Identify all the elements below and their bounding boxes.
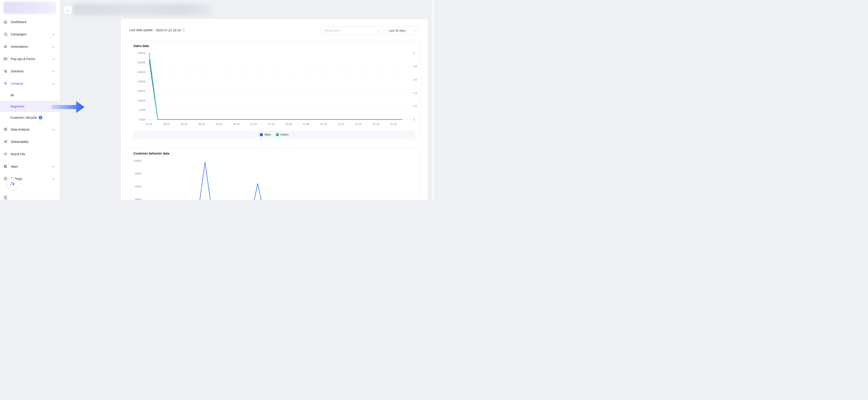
sales-legend-swatch: [260, 133, 263, 136]
svg-text:0.2: 0.2: [413, 105, 417, 108]
svg-text:07-04: 07-04: [268, 123, 274, 125]
svg-text:06-26: 06-26: [198, 123, 205, 125]
svg-text:0.8: 0.8: [413, 65, 417, 68]
last-update-label: Last data update：: [129, 28, 156, 32]
svg-text:USD30: USD30: [138, 61, 146, 64]
svg-text:1,000%: 1,000%: [133, 160, 142, 162]
svg-text:USD0: USD0: [139, 118, 146, 121]
sidebar-item-dashboard[interactable]: Dashboard: [0, 16, 60, 28]
report-card: Last data update： 2025-07-22 19:18 ? All…: [121, 19, 428, 200]
sidebar-subitem-all[interactable]: All: [0, 90, 60, 101]
svg-text:USD5: USD5: [139, 109, 146, 111]
sidebar-item-label: Deliverability: [11, 140, 28, 144]
sidebar-item-data-analysis[interactable]: Data Analysis: [0, 123, 60, 136]
sidebar-item-label: Apps: [11, 165, 18, 168]
chevron-down-icon: [52, 164, 55, 168]
sidebar-item-automations[interactable]: Automations: [0, 40, 60, 53]
sidebar-item-deliverability[interactable]: Deliverability: [0, 136, 60, 148]
chevron-down-icon: [377, 29, 379, 32]
svg-text:06-30: 06-30: [233, 123, 240, 125]
chevron-down-icon: [52, 32, 55, 36]
apps-grid-icon: [4, 164, 7, 168]
sparkles-icon: [9, 180, 16, 187]
svg-text:06-22: 06-22: [163, 123, 170, 125]
svg-text:0.6: 0.6: [413, 78, 417, 81]
chevron-down-icon: [413, 29, 415, 32]
sidebar-item-brand-info[interactable]: Brand Info: [0, 148, 60, 160]
page-title-blurred: [73, 4, 211, 15]
sidebar-item-label: Data Analysis: [11, 128, 30, 131]
svg-text:1: 1: [413, 52, 415, 54]
chevron-down-icon: [52, 45, 55, 49]
svg-text:0.4: 0.4: [413, 92, 417, 94]
svg-text:07-08: 07-08: [303, 123, 309, 125]
behavior-chart-title: Customer behavior data: [133, 152, 169, 155]
domain-filter-select[interactable]: All domains: [321, 26, 383, 35]
svg-text:USD35: USD35: [138, 52, 146, 54]
svg-text:07-20: 07-20: [390, 123, 397, 125]
customer-behavior-chart[interactable]: 1,000%800%600%400%: [128, 148, 421, 200]
sidebar-nav: Dashboard Campaigns Automations Pop-ups …: [0, 16, 60, 185]
paper-plane-icon: [4, 140, 7, 144]
sidebar-item-label: Solutions: [11, 69, 24, 73]
ai-assistant-button[interactable]: [7, 178, 18, 190]
sidebar-item-popups-forms[interactable]: Pop-ups & Forms: [0, 53, 60, 65]
sidebar-item-label: Automations: [11, 45, 28, 48]
sales-chart-legend: Sales Orders: [133, 131, 415, 139]
svg-text:07-14: 07-14: [146, 123, 152, 125]
sidebar-subitem-label: Customer Lifecycle: [10, 116, 37, 119]
sidebar-footer: [0, 193, 60, 200]
svg-text:USD25: USD25: [138, 71, 146, 74]
sales-chart-title: Sales data: [133, 44, 149, 48]
sidebar-item-label: Campaigns: [11, 32, 27, 36]
person-icon: [4, 82, 7, 85]
svg-text:07-12: 07-12: [338, 123, 344, 125]
help-icon[interactable]: ?: [182, 29, 185, 32]
svg-text:0: 0: [413, 118, 415, 121]
svg-text:07-02: 07-02: [251, 123, 257, 125]
svg-text:07-10: 07-10: [320, 123, 327, 125]
svg-text:06-28: 06-28: [216, 123, 222, 125]
sidebar-subitem-label: All: [10, 93, 14, 97]
svg-text:07-16: 07-16: [355, 123, 362, 125]
chevron-down-icon: [52, 177, 55, 181]
plus-badge-icon: +: [39, 116, 42, 119]
sidebar-item-apps[interactable]: Apps: [0, 160, 60, 172]
domain-filter-placeholder: All domains: [324, 29, 340, 32]
last-update-value: 2025-07-22 19:18: [156, 28, 181, 32]
orders-legend-swatch: [276, 133, 279, 136]
sales-legend-label: Sales: [264, 133, 271, 136]
sidebar-subitem-segments[interactable]: Segments: [0, 101, 60, 112]
sales-data-card: Sales data USD35USD30USD25USD20USD15USD1…: [127, 40, 421, 140]
sidebar-item-label: Brand Info: [11, 152, 25, 156]
collapse-sidebar-icon[interactable]: [3, 196, 8, 200]
date-range-select[interactable]: Last 30 days: [385, 26, 418, 35]
chevron-down-icon: [52, 69, 55, 73]
tag-icon: [4, 32, 7, 36]
sidebar-subitem-label: Segments: [10, 105, 24, 108]
sidebar-item-contacts[interactable]: Contacts: [0, 77, 60, 90]
svg-text:USD10: USD10: [138, 99, 146, 102]
back-button[interactable]: ←: [64, 6, 72, 14]
app-logo-blurred: [3, 2, 56, 14]
popup-form-icon: [4, 57, 7, 61]
sidebar-item-solutions[interactable]: Solutions: [0, 65, 60, 77]
sidebar-item-label: Dashboard: [11, 20, 26, 24]
legend-item-sales[interactable]: Sales: [260, 133, 271, 136]
chevron-down-icon: [52, 57, 55, 61]
date-range-value: Last 30 days: [389, 29, 406, 32]
chevron-up-icon: [52, 82, 55, 86]
legend-item-orders[interactable]: Orders: [276, 133, 289, 136]
last-update-status: Last data update： 2025-07-22 19:18 ?: [129, 28, 185, 32]
home-icon: [4, 20, 7, 24]
customer-behavior-card: Customer behavior data 1,000%800%600%400…: [127, 148, 421, 200]
svg-text:600%: 600%: [135, 185, 142, 188]
sales-chart[interactable]: USD35USD30USD25USD20USD15USD10USD5USD010…: [128, 40, 421, 140]
sidebar-item-campaigns[interactable]: Campaigns: [0, 28, 60, 40]
brand-icon: [4, 152, 7, 156]
svg-text:400%: 400%: [135, 198, 142, 200]
svg-text:800%: 800%: [135, 172, 142, 175]
sidebar-subitem-customer-lifecycle[interactable]: Customer Lifecycle +: [0, 112, 60, 123]
sidebar: Dashboard Campaigns Automations Pop-ups …: [0, 0, 60, 200]
svg-text:07-06: 07-06: [286, 123, 292, 125]
